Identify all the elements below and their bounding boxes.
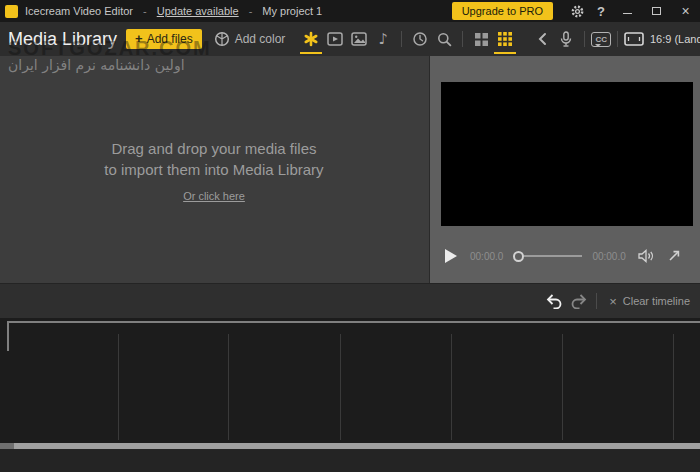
seek-slider[interactable] (513, 251, 582, 262)
expand-icon (667, 249, 681, 263)
add-files-label: Add files (147, 32, 193, 46)
preview-panel: 00:00.0 00:00.0 (429, 56, 700, 283)
timeline-grid-divider (451, 334, 452, 440)
minimize-button[interactable] (613, 0, 642, 22)
seek-track[interactable] (524, 255, 582, 257)
color-wheel-icon (214, 31, 230, 47)
titlebar-dash: - (249, 5, 253, 17)
app-window: Icecream Video Editor - Update available… (0, 0, 700, 472)
search-button[interactable] (433, 28, 455, 50)
tab-audio[interactable]: ♪ (372, 28, 394, 50)
toolbar-divider (401, 31, 402, 47)
settings-button[interactable] (565, 0, 589, 22)
timeline-grid-divider (228, 334, 229, 440)
cc-icon: CC (595, 35, 607, 44)
timeline-grid-divider (118, 334, 119, 440)
tab-videos[interactable] (324, 28, 346, 50)
video-file-icon (327, 32, 343, 46)
redo-icon (569, 293, 588, 309)
clear-timeline-label: Clear timeline (623, 295, 690, 307)
help-button[interactable]: ? (589, 0, 613, 22)
volume-button[interactable] (638, 249, 655, 263)
titlebar-dash: - (143, 5, 147, 17)
aspect-ratio-selector[interactable]: 16:9 (Landscape) (624, 32, 700, 46)
total-time: 00:00.0 (592, 251, 625, 262)
video-preview (441, 82, 693, 226)
tab-images[interactable] (348, 28, 370, 50)
close-icon: × (681, 4, 689, 18)
media-dropzone[interactable]: Drag and drop your media files to import… (0, 138, 428, 204)
gear-icon (570, 4, 585, 19)
media-library-title: Media Library (8, 29, 117, 50)
timeline-grid-divider (340, 334, 341, 440)
view-grid-large-button[interactable] (494, 28, 516, 50)
view-grid-small-button[interactable] (470, 28, 492, 50)
effects-button[interactable] (409, 28, 431, 50)
timeline-ruler (7, 321, 700, 323)
redo-button[interactable] (566, 289, 590, 313)
subtitles-button[interactable]: CC (591, 32, 611, 47)
timeline-footer-strip (0, 449, 700, 472)
close-button[interactable]: × (671, 0, 700, 22)
timeline-toolbar: × Clear timeline (0, 283, 700, 318)
help-icon: ? (597, 4, 605, 19)
fullscreen-button[interactable] (667, 249, 681, 263)
grid-small-icon (475, 33, 488, 46)
undo-icon (545, 293, 564, 309)
tab-all-files[interactable] (300, 28, 322, 50)
seek-knob[interactable] (513, 251, 524, 262)
microphone-icon (558, 31, 574, 48)
voiceover-button[interactable] (555, 28, 577, 50)
add-files-button[interactable]: + Add files (126, 29, 202, 49)
clear-x-icon: × (609, 295, 617, 308)
dropzone-text-line2: to import them into Media Library (0, 159, 428, 180)
timeline-playhead[interactable] (7, 321, 9, 351)
maximize-button[interactable] (642, 0, 671, 22)
add-color-button[interactable]: Add color (214, 31, 286, 47)
timeline-toolbar-divider (596, 293, 597, 309)
player-controls: 00:00.0 00:00.0 (430, 238, 700, 274)
app-title: Icecream Video Editor (25, 5, 133, 17)
project-name: My project 1 (262, 5, 322, 17)
search-icon (437, 32, 452, 47)
chevron-left-icon (537, 32, 547, 46)
toolbar-divider (617, 31, 618, 47)
toolbar-divider (462, 31, 463, 47)
toolbar: Media Library + Add files Add color (0, 22, 700, 56)
dropzone-text-line1: Drag and drop your media files (0, 138, 428, 159)
undo-button[interactable] (542, 289, 566, 313)
volume-icon (638, 249, 655, 263)
media-library-panel: Drag and drop your media files to import… (0, 56, 428, 283)
add-color-label: Add color (235, 32, 286, 46)
timeline-grid-divider (562, 334, 563, 440)
collapse-panel-button[interactable] (531, 28, 553, 50)
minimize-icon (623, 13, 632, 14)
star-icon (303, 31, 319, 47)
titlebar: Icecream Video Editor - Update available… (0, 0, 700, 22)
media-filter-tabs: ♪ (299, 28, 554, 50)
upgrade-to-pro-button[interactable]: Upgrade to PRO (452, 2, 553, 20)
preview-toolbar: CC 16:9 (Landscape) (554, 28, 700, 50)
image-icon (351, 32, 367, 46)
titlebar-actions: Upgrade to PRO ? × (452, 0, 700, 22)
current-time: 00:00.0 (470, 251, 503, 262)
app-logo-icon (5, 5, 18, 18)
effects-icon (412, 31, 428, 47)
toolbar-divider (584, 31, 585, 47)
update-available-link[interactable]: Update available (157, 5, 239, 17)
maximize-icon (652, 7, 661, 15)
aspect-ratio-value: 16:9 (Landscape) (650, 33, 700, 45)
timeline-track-area[interactable] (0, 318, 700, 472)
clear-timeline-button[interactable]: × Clear timeline (609, 295, 690, 308)
click-here-link[interactable]: Or click here (183, 190, 245, 202)
play-icon (444, 248, 458, 264)
music-note-icon: ♪ (379, 31, 389, 47)
grid-large-icon (498, 32, 512, 46)
timeline-grid-divider (673, 334, 674, 440)
play-button[interactable] (444, 248, 458, 264)
plus-icon: + (135, 33, 143, 45)
aspect-ratio-icon (624, 32, 644, 46)
